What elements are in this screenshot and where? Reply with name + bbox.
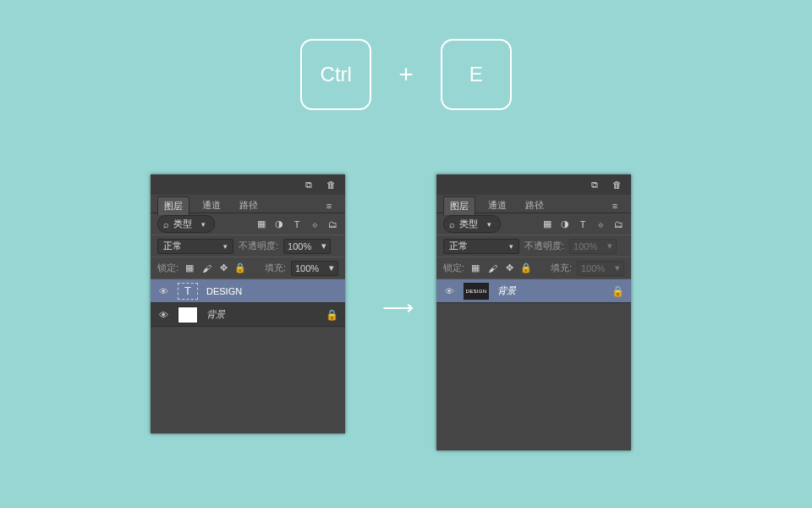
layer-row[interactable]: 👁 背景 🔒 <box>151 303 345 327</box>
blend-mode-value: 正常 <box>449 240 468 252</box>
panel-menu-icon[interactable]: ≡ <box>323 200 335 212</box>
panel-tabs: 图层 通道 路径 ≡ <box>151 195 345 213</box>
chevron-down-icon: ▾ <box>321 240 326 251</box>
layer-name: 背景 <box>206 308 225 321</box>
lock-pixels-icon[interactable]: ▦ <box>184 262 195 274</box>
lock-all-icon[interactable]: 🔒 <box>234 262 246 274</box>
blend-mode-value: 正常 <box>163 240 182 252</box>
layers-panel-after: ⧉ 🗑 图层 通道 路径 ≡ ⌕ 类型 ▾ ▦ ◑ T ⟐ 🗂 正常 ▾ 不透明… <box>436 174 631 450</box>
chevron-down-icon: ▾ <box>509 242 513 251</box>
fill-input-disabled: 100%▾ <box>577 261 624 276</box>
collapse-icon[interactable]: ⧉ <box>589 179 601 190</box>
panel-menu-icon[interactable]: ≡ <box>609 200 621 212</box>
filter-row: ⌕ 类型 ▾ ▦ ◑ T ⟐ 🗂 <box>151 213 345 235</box>
layer-name: 背景 <box>497 284 516 297</box>
layers-list: 👁 T DESIGN 👁 背景 🔒 <box>151 279 345 327</box>
keyboard-shortcut-row: Ctrl + E <box>0 39 812 110</box>
blend-row: 正常 ▾ 不透明度: 100%▾ <box>436 235 631 257</box>
tab-channels[interactable]: 通道 <box>196 196 227 214</box>
plus-sign: + <box>398 60 414 89</box>
filter-adjustment-icon[interactable]: ◑ <box>559 218 571 230</box>
lock-row: 锁定: ▦ 🖌 ✥ 🔒 填充: 100%▾ <box>151 257 345 279</box>
panel-titlebar: ⧉ 🗑 <box>151 174 345 195</box>
fill-label: 填充: <box>265 262 286 274</box>
filter-label: 类型 <box>173 218 192 230</box>
fill-input[interactable]: 100%▾ <box>291 261 338 276</box>
fill-value: 100% <box>581 263 605 273</box>
visibility-icon[interactable]: 👁 <box>443 286 455 296</box>
filter-shape-icon[interactable]: ⟐ <box>309 218 321 230</box>
filter-shape-icon[interactable]: ⟐ <box>595 218 606 230</box>
layer-row[interactable]: 👁 DESIGN 背景 🔒 <box>436 279 631 303</box>
layer-name: DESIGN <box>206 286 242 296</box>
chevron-down-icon: ▾ <box>201 220 206 229</box>
lock-position-icon[interactable]: ✥ <box>217 262 229 274</box>
filter-text-icon[interactable]: T <box>577 218 589 230</box>
lock-position-icon[interactable]: ✥ <box>503 262 515 274</box>
opacity-label: 不透明度: <box>524 240 564 252</box>
filter-label: 类型 <box>459 218 478 230</box>
lock-icon: 🔒 <box>612 285 624 297</box>
blend-mode-select[interactable]: 正常 ▾ <box>157 239 233 254</box>
opacity-input-disabled: 100%▾ <box>569 239 617 254</box>
chevron-down-icon: ▾ <box>329 262 334 273</box>
opacity-input[interactable]: 100%▾ <box>283 239 331 254</box>
lock-brush-icon[interactable]: 🖌 <box>486 262 498 274</box>
transform-arrow: ⟶ <box>382 295 414 321</box>
chevron-down-icon: ▾ <box>607 240 612 251</box>
key-e: E <box>441 39 512 110</box>
chevron-down-icon: ▾ <box>615 262 620 273</box>
filter-adjustment-icon[interactable]: ◑ <box>273 218 285 230</box>
visibility-icon[interactable]: 👁 <box>157 286 169 296</box>
lock-icon: 🔒 <box>326 309 338 321</box>
filter-icons: ▦ ◑ T ⟐ 🗂 <box>541 218 624 230</box>
tab-paths[interactable]: 路径 <box>233 196 264 214</box>
trash-icon[interactable]: 🗑 <box>611 179 623 190</box>
filter-smart-icon[interactable]: 🗂 <box>612 218 624 230</box>
filter-image-icon[interactable]: ▦ <box>255 218 267 230</box>
lock-brush-icon[interactable]: 🖌 <box>200 262 212 274</box>
lock-all-icon[interactable]: 🔒 <box>520 262 532 274</box>
blend-row: 正常 ▾ 不透明度: 100%▾ <box>151 235 345 257</box>
search-icon: ⌕ <box>163 219 169 229</box>
panel-titlebar: ⧉ 🗑 <box>436 174 631 195</box>
collapse-icon[interactable]: ⧉ <box>303 179 315 190</box>
layer-thumbnail-merged: DESIGN <box>464 283 489 300</box>
layer-filter-dropdown[interactable]: ⌕ 类型 ▾ <box>443 215 501 233</box>
chevron-down-icon: ▾ <box>223 242 228 251</box>
opacity-label: 不透明度: <box>239 240 278 252</box>
fill-label: 填充: <box>551 262 572 274</box>
chevron-down-icon: ▾ <box>487 220 491 229</box>
filter-row: ⌕ 类型 ▾ ▦ ◑ T ⟐ 🗂 <box>436 213 631 235</box>
opacity-value: 100% <box>573 241 597 251</box>
visibility-icon[interactable]: 👁 <box>157 310 169 320</box>
trash-icon[interactable]: 🗑 <box>325 179 337 190</box>
filter-text-icon[interactable]: T <box>291 218 303 230</box>
filter-smart-icon[interactable]: 🗂 <box>326 218 338 230</box>
lock-icons-group: ▦ 🖌 ✥ 🔒 <box>184 262 246 274</box>
lock-row: 锁定: ▦ 🖌 ✥ 🔒 填充: 100%▾ <box>436 257 631 279</box>
layers-panel-before: ⧉ 🗑 图层 通道 路径 ≡ ⌕ 类型 ▾ ▦ ◑ T ⟐ 🗂 正常 ▾ 不透明… <box>151 174 345 433</box>
layers-list: 👁 DESIGN 背景 🔒 <box>436 279 631 303</box>
tab-layers[interactable]: 图层 <box>157 196 189 215</box>
layer-filter-dropdown[interactable]: ⌕ 类型 ▾ <box>157 215 215 233</box>
lock-label: 锁定: <box>157 262 178 274</box>
filter-icons: ▦ ◑ T ⟐ 🗂 <box>255 218 338 230</box>
lock-label: 锁定: <box>443 262 464 274</box>
layer-thumbnail-text: T <box>178 283 198 300</box>
opacity-value: 100% <box>288 241 311 251</box>
panel-tabs: 图层 通道 路径 ≡ <box>436 195 631 213</box>
tab-paths[interactable]: 路径 <box>519 196 550 214</box>
fill-value: 100% <box>295 263 319 273</box>
layer-thumbnail <box>178 306 198 323</box>
tab-channels[interactable]: 通道 <box>482 196 513 214</box>
tab-layers[interactable]: 图层 <box>443 196 475 215</box>
lock-icons-group: ▦ 🖌 ✥ 🔒 <box>469 262 532 274</box>
key-ctrl: Ctrl <box>300 39 371 110</box>
filter-image-icon[interactable]: ▦ <box>541 218 553 230</box>
lock-pixels-icon[interactable]: ▦ <box>469 262 481 274</box>
blend-mode-select[interactable]: 正常 ▾ <box>443 239 519 254</box>
search-icon: ⌕ <box>449 219 455 229</box>
layer-row[interactable]: 👁 T DESIGN <box>151 279 345 303</box>
